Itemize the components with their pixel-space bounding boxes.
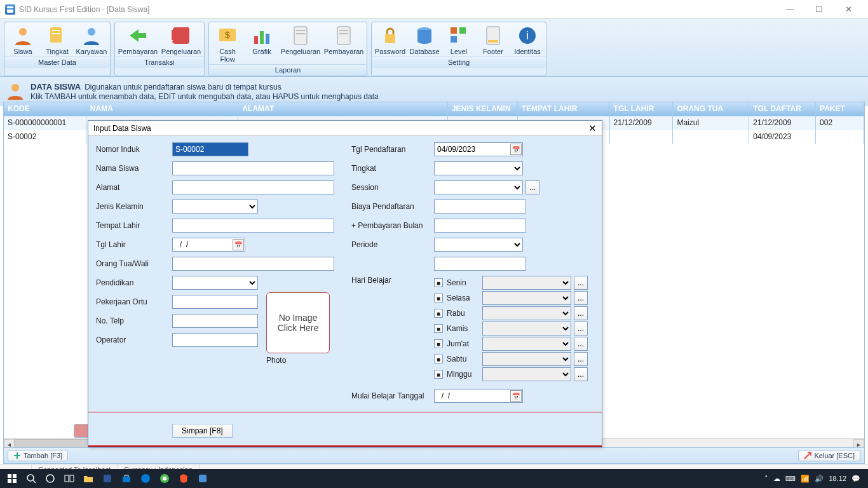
tgl-pendaftaran-picker-icon[interactable]: 📅 bbox=[510, 144, 522, 155]
svg-rect-9 bbox=[260, 31, 264, 44]
tambah-button[interactable]: Tambah [F3] bbox=[8, 450, 68, 461]
day-time-sabtu[interactable] bbox=[482, 352, 571, 366]
day-more-kamis[interactable]: ... bbox=[574, 322, 588, 336]
session-more-button[interactable]: ... bbox=[526, 180, 539, 194]
mulai-belajar-picker-icon[interactable]: 📅 bbox=[510, 390, 522, 402]
svg-point-0 bbox=[19, 28, 27, 36]
keluar-button[interactable]: Keluar [ESC] bbox=[798, 450, 860, 461]
jenis-kelamin-select[interactable] bbox=[172, 200, 258, 214]
ribbon-cashflow[interactable]: $Cash Flow bbox=[210, 24, 245, 64]
day-more-rabu[interactable]: ... bbox=[574, 306, 588, 320]
day-more-jumat[interactable]: ... bbox=[574, 337, 588, 351]
day-more-senin[interactable]: ... bbox=[574, 276, 588, 290]
tempat-lahir-input[interactable] bbox=[172, 219, 334, 233]
ribbon-group-transaksi: Pembayaran Pengeluaran Transaksi bbox=[114, 22, 205, 76]
day-checkbox-minggu[interactable]: ■ bbox=[434, 370, 443, 379]
periode-extra-input[interactable] bbox=[434, 257, 526, 271]
ribbon: Siswa Tingkat Karyawan Master Data Pemba… bbox=[0, 19, 868, 77]
simpan-button[interactable]: Simpan [F8] bbox=[172, 424, 233, 438]
day-checkbox-kamis[interactable]: ■ bbox=[434, 324, 443, 333]
day-more-minggu[interactable]: ... bbox=[574, 367, 588, 381]
dialog-close-icon[interactable]: ✕ bbox=[588, 123, 597, 134]
task-word-icon[interactable] bbox=[98, 469, 117, 488]
task-store-icon[interactable] bbox=[117, 469, 136, 488]
day-time-selasa[interactable] bbox=[482, 291, 571, 305]
task-taskview-icon[interactable] bbox=[60, 469, 79, 488]
day-checkbox-jumat[interactable]: ■ bbox=[434, 339, 443, 348]
task-cortana-icon[interactable] bbox=[41, 469, 60, 488]
svg-rect-20 bbox=[459, 27, 466, 34]
tray-wifi-icon[interactable]: 📶 bbox=[801, 475, 810, 483]
task-app-icon[interactable] bbox=[193, 469, 212, 488]
orang-tua-input[interactable] bbox=[172, 257, 334, 271]
window-minimize[interactable]: — bbox=[775, 0, 804, 19]
task-search-icon[interactable] bbox=[22, 469, 41, 488]
svg-rect-37 bbox=[70, 475, 74, 482]
page-title: DATA SISWA bbox=[31, 82, 81, 92]
pembayaran-bulan-input[interactable] bbox=[434, 219, 526, 233]
window-close[interactable]: ✕ bbox=[834, 0, 863, 19]
ribbon-identitas[interactable]: iIdentitas bbox=[510, 24, 545, 57]
alamat-input[interactable] bbox=[172, 180, 334, 194]
day-time-kamis[interactable] bbox=[482, 322, 571, 336]
window-maximize[interactable]: ☐ bbox=[804, 0, 834, 19]
tray-time[interactable]: 18.12 bbox=[829, 475, 846, 482]
tgl-pendaftaran-input[interactable] bbox=[434, 142, 523, 156]
svg-rect-16 bbox=[339, 33, 348, 34]
task-brave-icon[interactable] bbox=[174, 469, 193, 488]
svg-rect-23 bbox=[488, 40, 498, 43]
svg-rect-11 bbox=[294, 27, 307, 44]
no-telp-input[interactable] bbox=[172, 314, 258, 328]
tray-chevron-icon[interactable]: ˄ bbox=[764, 475, 768, 483]
periode-select[interactable] bbox=[434, 238, 523, 252]
dialog-right-column: Tgl Pendaftaran📅 Tingkat Session... Biay… bbox=[351, 142, 594, 408]
svg-rect-1 bbox=[50, 27, 62, 43]
nama-siswa-input[interactable] bbox=[172, 161, 334, 175]
nomor-induk-input[interactable] bbox=[172, 142, 248, 156]
svg-point-42 bbox=[163, 477, 166, 480]
ribbon-footer[interactable]: Footer bbox=[476, 24, 510, 57]
ribbon-database[interactable]: Database bbox=[407, 24, 442, 57]
tray-volume-icon[interactable]: 🔊 bbox=[815, 475, 824, 483]
operator-input[interactable] bbox=[172, 333, 258, 347]
day-checkbox-rabu[interactable]: ■ bbox=[434, 309, 443, 318]
tray-notifications-icon[interactable]: 💬 bbox=[851, 475, 860, 483]
session-select[interactable] bbox=[434, 180, 523, 194]
photo-upload-box[interactable]: No Image Click Here bbox=[266, 292, 330, 353]
day-more-sabtu[interactable]: ... bbox=[574, 352, 588, 366]
ribbon-pembayaran[interactable]: Pembayaran bbox=[116, 24, 159, 57]
ribbon-password[interactable]: Password bbox=[373, 24, 407, 57]
ribbon-tingkat[interactable]: Tingkat bbox=[40, 24, 74, 57]
svg-rect-14 bbox=[337, 27, 350, 44]
day-time-senin[interactable] bbox=[482, 276, 571, 290]
ribbon-siswa[interactable]: Siswa bbox=[6, 24, 40, 57]
day-more-selasa[interactable]: ... bbox=[574, 291, 588, 305]
ribbon-pengeluaran-lap[interactable]: Pengeluaran bbox=[279, 24, 322, 64]
day-checkbox-selasa[interactable]: ■ bbox=[434, 294, 443, 302]
pendidikan-select[interactable] bbox=[172, 276, 258, 290]
task-edge-icon[interactable] bbox=[136, 469, 155, 488]
start-button[interactable] bbox=[3, 469, 22, 488]
ribbon-level[interactable]: Level bbox=[442, 24, 476, 57]
tray-input-icon[interactable]: ⌨ bbox=[785, 475, 796, 483]
task-chrome-icon[interactable] bbox=[155, 469, 174, 488]
ribbon-group-master-data: Siswa Tingkat Karyawan Master Data bbox=[4, 22, 111, 76]
day-checkbox-sabtu[interactable]: ■ bbox=[434, 355, 443, 363]
tray-onedrive-icon[interactable]: ☁ bbox=[773, 475, 780, 483]
ribbon-grafik[interactable]: Grafik bbox=[245, 24, 279, 64]
day-time-rabu[interactable] bbox=[482, 306, 571, 320]
tgl-lahir-picker-icon[interactable]: 📅 bbox=[233, 239, 244, 250]
tingkat-select[interactable] bbox=[434, 161, 523, 175]
pekerjaan-ortu-input[interactable] bbox=[172, 295, 258, 309]
ribbon-pengeluaran[interactable]: Pengeluaran bbox=[159, 24, 203, 57]
ribbon-karyawan[interactable]: Karyawan bbox=[74, 24, 109, 57]
biaya-pendaftaran-input[interactable] bbox=[434, 200, 526, 214]
mulai-belajar-input[interactable] bbox=[434, 389, 523, 403]
day-checkbox-senin[interactable]: ■ bbox=[434, 278, 443, 287]
svg-rect-17 bbox=[385, 34, 395, 43]
ribbon-pembayaran-lap[interactable]: Pembayaran bbox=[322, 24, 365, 64]
day-time-minggu[interactable] bbox=[482, 367, 571, 381]
day-time-jumat[interactable] bbox=[482, 337, 571, 351]
task-explorer-icon[interactable] bbox=[79, 469, 98, 488]
svg-rect-21 bbox=[451, 36, 457, 43]
